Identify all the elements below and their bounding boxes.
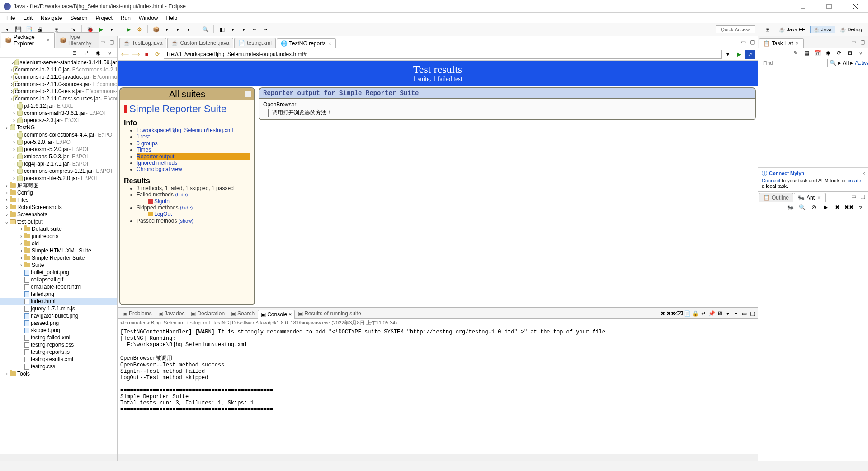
info-item[interactable]: 1 test (137, 133, 250, 140)
menu-window[interactable]: Window (135, 14, 162, 22)
connect-link[interactable]: Connect (762, 178, 780, 183)
back-icon[interactable]: ⟸ (120, 50, 129, 59)
twisty-icon[interactable]: › (4, 211, 10, 218)
tab-results-of-running-suite[interactable]: ▣Results of running suite (295, 309, 364, 318)
search-build-icon[interactable]: 🔍 (797, 203, 807, 212)
scrollock-icon[interactable]: 🔒 (692, 310, 699, 317)
twisty-icon[interactable]: › (18, 240, 24, 247)
info-item[interactable]: 0 groups (137, 140, 250, 147)
tree-item[interactable]: ›Screenshots (0, 211, 117, 218)
tree-item[interactable]: jquery-1.7.1.min.js (0, 305, 117, 312)
twisty-icon[interactable] (18, 349, 24, 355)
perspective-java[interactable]: ☕Java (810, 26, 835, 33)
tree-item[interactable]: ›commons-io-2.11.0-javadoc.jar - E:\comm… (0, 73, 117, 81)
close-icon[interactable]: × (288, 311, 292, 318)
collapse-all-icon[interactable]: ⊟ (70, 48, 79, 57)
twisty-icon[interactable]: › (11, 161, 17, 167)
tree-item[interactable]: ›Simple Reporter Suite (0, 254, 117, 262)
twisty-icon[interactable]: › (11, 117, 17, 124)
hide-link[interactable]: (hide) (175, 192, 188, 197)
close-icon[interactable]: × (328, 41, 332, 46)
menu-edit[interactable]: Edit (19, 14, 36, 22)
collapse-icon[interactable]: ⊟ (845, 48, 854, 57)
minimize-bview-icon[interactable]: ▭ (741, 310, 748, 317)
wordwrap-icon[interactable]: ↵ (700, 310, 707, 317)
twisty-icon[interactable]: › (11, 59, 14, 66)
tree-item[interactable]: testng-reports.css (0, 341, 117, 348)
editor-tab-customlistener-java[interactable]: ☕CustomListener.java (167, 38, 233, 48)
new-folder-button[interactable]: ▾ (184, 25, 193, 34)
tab-search[interactable]: ▣Search (228, 309, 258, 318)
tree-item[interactable]: navigator-bullet.png (0, 312, 117, 319)
minimize-editor-icon[interactable]: ▭ (740, 38, 747, 46)
focus-task-icon[interactable]: ◉ (94, 48, 103, 57)
tab-problems[interactable]: ▣Problems (119, 309, 155, 318)
twisty-icon[interactable]: › (11, 132, 17, 138)
maximize-view-icon[interactable]: ▢ (108, 38, 115, 46)
tree-item[interactable]: index.html (0, 298, 117, 305)
menu-project[interactable]: Project (92, 14, 116, 22)
twisty-icon[interactable]: › (11, 139, 17, 145)
tree-item[interactable]: ›RobotScreenshots (0, 204, 117, 211)
twisty-icon[interactable]: › (18, 262, 24, 268)
tree-item[interactable]: failed.png (0, 290, 117, 298)
tree-item[interactable]: testng-failed.xml (0, 334, 117, 341)
tree-item[interactable]: ›jxl-2.6.12.jar - E:\JXL (0, 102, 117, 109)
close-icon[interactable]: × (816, 195, 821, 201)
tree-item[interactable]: ›commons-io-2.11.0-test-sources.jar - E:… (0, 95, 117, 102)
display-icon[interactable]: 🖥 (716, 310, 723, 317)
tree-item[interactable]: ⌄test-output (0, 218, 117, 225)
clear-find-icon[interactable]: 🔍 (830, 60, 836, 66)
toggle-breadcrumb-button[interactable]: ◧ (217, 25, 226, 34)
twisty-icon[interactable]: › (4, 197, 10, 203)
twisty-icon[interactable] (18, 269, 24, 276)
tree-hscrollbar[interactable] (0, 454, 117, 461)
removeall-icon[interactable]: ⌫ (675, 310, 683, 317)
tree-item[interactable]: ›commons-io-2.11.0.jar - E:\commons-io-2… (0, 66, 117, 73)
arrow-icon[interactable]: ▸ (838, 60, 841, 66)
twisty-icon[interactable]: › (18, 226, 24, 232)
twisty-icon[interactable] (18, 342, 24, 348)
view-menu-icon[interactable]: ▿ (105, 48, 114, 57)
quick-access[interactable]: Quick Access (716, 25, 755, 33)
back-button[interactable]: ← (250, 25, 259, 34)
twisty-icon[interactable] (18, 291, 24, 297)
tree-item[interactable]: bullet_point.png (0, 269, 117, 276)
twisty-icon[interactable]: › (11, 146, 17, 152)
tree-item[interactable]: testng.css (0, 363, 117, 370)
focus-icon[interactable]: ◉ (824, 48, 833, 57)
tab-ant[interactable]: 🐜Ant× (794, 193, 826, 202)
create-link[interactable]: create (848, 178, 862, 183)
show-link[interactable]: (show) (179, 218, 193, 224)
all-label[interactable]: All (843, 60, 849, 66)
maximize-button[interactable] (820, 1, 838, 12)
tree-item[interactable]: testng-reports.js (0, 348, 117, 356)
tree-item[interactable]: ›commons-io-2.11.0-tests.jar - E:\common… (0, 88, 117, 95)
tree-item[interactable]: ›Simple HTML-XML Suite (0, 247, 117, 254)
pin-icon[interactable]: 📌 (708, 310, 715, 317)
tree-item[interactable]: ›Config (0, 189, 117, 196)
terminate-icon[interactable]: ✖ (659, 310, 666, 317)
tab-task-list[interactable]: 📋Task List× (759, 38, 804, 48)
maximize-view-icon[interactable]: ▢ (859, 38, 866, 46)
tree-item[interactable]: ›TestNG (0, 124, 117, 131)
editor-tab-testng-xml[interactable]: 📄testng.xml (234, 38, 276, 48)
tree-item[interactable]: passed.png (0, 319, 117, 327)
tree-item[interactable]: emailable-report.html (0, 283, 117, 290)
editor-tab-testlog-java[interactable]: ☕TestLog.java (119, 38, 166, 48)
remove-icon[interactable]: ✖✖ (667, 310, 675, 317)
tree-item[interactable]: ›selenium-server-standalone-3.141.59.jar (0, 59, 117, 66)
new-package-button[interactable]: 📦 (151, 25, 160, 34)
maximize-bview-icon[interactable]: ▢ (749, 310, 756, 317)
refresh-icon[interactable]: ⟳ (153, 50, 162, 59)
synchronize-icon[interactable]: ⟳ (835, 48, 844, 57)
tree-item[interactable]: ›opencsv-2.3.jar - E:\JXL (0, 117, 117, 124)
twisty-icon[interactable]: › (4, 190, 10, 196)
link-editor-icon[interactable]: ⇄ (82, 48, 91, 57)
tree-item[interactable]: ›Suite (0, 262, 117, 269)
info-item[interactable]: Reporter output (137, 153, 250, 160)
tree-item[interactable]: ›commons-io-2.11.0-sources.jar - E:\comm… (0, 81, 117, 88)
remove-icon[interactable]: ✖ (833, 203, 842, 212)
tree-item[interactable]: skipped.png (0, 327, 117, 334)
tree-item[interactable]: ›poi-5.2.0.jar - E:\POI (0, 138, 117, 146)
